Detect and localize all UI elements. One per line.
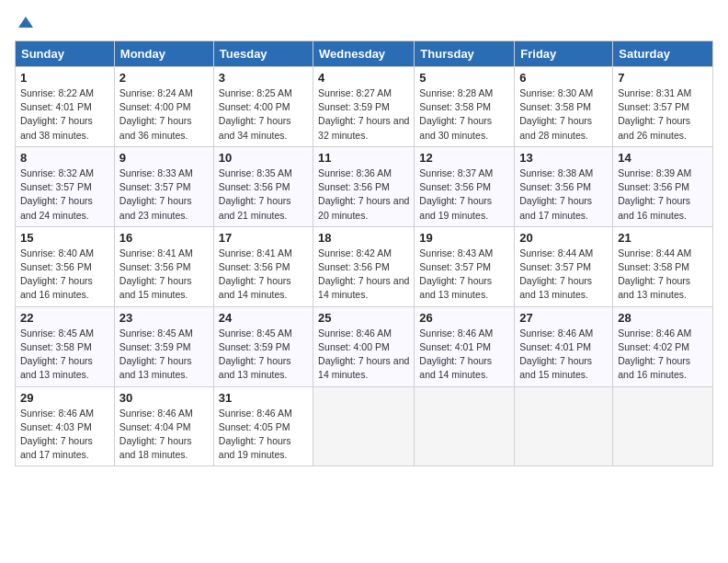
day-number: 26 xyxy=(419,311,509,325)
calendar-body: 1Sunrise: 8:22 AMSunset: 4:01 PMDaylight… xyxy=(16,67,713,466)
calendar-cell xyxy=(613,386,713,466)
day-number: 6 xyxy=(519,71,608,85)
logo xyxy=(15,15,35,33)
calendar-cell: 25Sunrise: 8:46 AMSunset: 4:00 PMDayligh… xyxy=(313,306,415,386)
day-detail: Sunrise: 8:30 AMSunset: 3:58 PMDaylight:… xyxy=(519,86,608,143)
calendar-cell: 16Sunrise: 8:41 AMSunset: 3:56 PMDayligh… xyxy=(114,226,213,306)
calendar-cell: 6Sunrise: 8:30 AMSunset: 3:58 PMDaylight… xyxy=(515,67,613,147)
day-detail: Sunrise: 8:28 AMSunset: 3:58 PMDaylight:… xyxy=(419,86,509,143)
day-number: 8 xyxy=(20,151,109,165)
calendar-cell: 2Sunrise: 8:24 AMSunset: 4:00 PMDaylight… xyxy=(114,67,213,147)
day-number: 11 xyxy=(318,151,409,165)
day-detail: Sunrise: 8:45 AMSunset: 3:59 PMDaylight:… xyxy=(219,327,308,383)
calendar-cell: 12Sunrise: 8:37 AMSunset: 3:56 PMDayligh… xyxy=(415,146,515,226)
day-number: 16 xyxy=(119,231,209,245)
day-number: 25 xyxy=(318,311,409,325)
day-number: 28 xyxy=(618,311,708,325)
day-number: 13 xyxy=(519,151,608,165)
calendar-cell: 26Sunrise: 8:46 AMSunset: 4:01 PMDayligh… xyxy=(415,306,515,386)
calendar-cell: 18Sunrise: 8:42 AMSunset: 3:56 PMDayligh… xyxy=(313,226,415,306)
calendar-cell: 31Sunrise: 8:46 AMSunset: 4:05 PMDayligh… xyxy=(213,386,313,466)
calendar-cell: 22Sunrise: 8:45 AMSunset: 3:58 PMDayligh… xyxy=(16,306,115,386)
week-row-1: 1Sunrise: 8:22 AMSunset: 4:01 PMDaylight… xyxy=(16,67,713,147)
day-number: 23 xyxy=(119,311,209,325)
day-detail: Sunrise: 8:22 AMSunset: 4:01 PMDaylight:… xyxy=(20,86,109,143)
day-detail: Sunrise: 8:42 AMSunset: 3:56 PMDaylight:… xyxy=(318,247,409,303)
day-detail: Sunrise: 8:46 AMSunset: 4:03 PMDaylight:… xyxy=(20,407,109,463)
calendar-cell: 10Sunrise: 8:35 AMSunset: 3:56 PMDayligh… xyxy=(213,146,313,226)
day-detail: Sunrise: 8:41 AMSunset: 3:56 PMDaylight:… xyxy=(119,247,209,303)
day-detail: Sunrise: 8:44 AMSunset: 3:58 PMDaylight:… xyxy=(618,247,708,303)
calendar-cell xyxy=(415,386,515,466)
logo-icon xyxy=(17,15,35,33)
day-detail: Sunrise: 8:37 AMSunset: 3:56 PMDaylight:… xyxy=(419,167,509,223)
calendar-cell: 17Sunrise: 8:41 AMSunset: 3:56 PMDayligh… xyxy=(213,226,313,306)
dow-header-thursday: Thursday xyxy=(415,41,515,67)
day-number: 10 xyxy=(219,151,308,165)
svg-marker-0 xyxy=(18,17,33,28)
day-number: 24 xyxy=(219,311,308,325)
day-detail: Sunrise: 8:46 AMSunset: 4:01 PMDaylight:… xyxy=(519,327,608,383)
day-detail: Sunrise: 8:32 AMSunset: 3:57 PMDaylight:… xyxy=(20,167,109,223)
calendar-cell: 19Sunrise: 8:43 AMSunset: 3:57 PMDayligh… xyxy=(415,226,515,306)
day-detail: Sunrise: 8:43 AMSunset: 3:57 PMDaylight:… xyxy=(419,247,509,303)
dow-header-monday: Monday xyxy=(114,41,213,67)
calendar-cell: 5Sunrise: 8:28 AMSunset: 3:58 PMDaylight… xyxy=(415,67,515,147)
calendar-cell: 13Sunrise: 8:38 AMSunset: 3:56 PMDayligh… xyxy=(515,146,613,226)
day-detail: Sunrise: 8:39 AMSunset: 3:56 PMDaylight:… xyxy=(618,167,708,223)
day-number: 7 xyxy=(618,71,708,85)
day-detail: Sunrise: 8:27 AMSunset: 3:59 PMDaylight:… xyxy=(318,86,409,143)
dow-header-sunday: Sunday xyxy=(16,41,115,67)
dow-header-wednesday: Wednesday xyxy=(313,41,415,67)
day-number: 5 xyxy=(419,71,509,85)
day-number: 27 xyxy=(519,311,608,325)
calendar-cell: 23Sunrise: 8:45 AMSunset: 3:59 PMDayligh… xyxy=(114,306,213,386)
day-number: 4 xyxy=(318,71,409,85)
page-header xyxy=(15,15,713,33)
calendar-cell: 4Sunrise: 8:27 AMSunset: 3:59 PMDaylight… xyxy=(313,67,415,147)
day-number: 1 xyxy=(20,71,109,85)
day-number: 15 xyxy=(20,231,109,245)
day-number: 9 xyxy=(119,151,209,165)
day-detail: Sunrise: 8:36 AMSunset: 3:56 PMDaylight:… xyxy=(318,167,409,223)
calendar-cell: 1Sunrise: 8:22 AMSunset: 4:01 PMDaylight… xyxy=(16,67,115,147)
day-number: 19 xyxy=(419,231,509,245)
dow-header-tuesday: Tuesday xyxy=(213,41,313,67)
day-number: 31 xyxy=(219,391,308,405)
day-detail: Sunrise: 8:46 AMSunset: 4:02 PMDaylight:… xyxy=(618,327,708,383)
day-detail: Sunrise: 8:38 AMSunset: 3:56 PMDaylight:… xyxy=(519,167,608,223)
day-number: 29 xyxy=(20,391,109,405)
dow-header-friday: Friday xyxy=(515,41,613,67)
calendar-cell: 30Sunrise: 8:46 AMSunset: 4:04 PMDayligh… xyxy=(114,386,213,466)
day-detail: Sunrise: 8:41 AMSunset: 3:56 PMDaylight:… xyxy=(219,247,308,303)
calendar-cell: 14Sunrise: 8:39 AMSunset: 3:56 PMDayligh… xyxy=(613,146,713,226)
day-number: 3 xyxy=(219,71,308,85)
calendar-cell: 9Sunrise: 8:33 AMSunset: 3:57 PMDaylight… xyxy=(114,146,213,226)
calendar-cell: 24Sunrise: 8:45 AMSunset: 3:59 PMDayligh… xyxy=(213,306,313,386)
day-number: 30 xyxy=(119,391,209,405)
day-detail: Sunrise: 8:40 AMSunset: 3:56 PMDaylight:… xyxy=(20,247,109,303)
calendar-cell: 20Sunrise: 8:44 AMSunset: 3:57 PMDayligh… xyxy=(515,226,613,306)
calendar-cell xyxy=(515,386,613,466)
day-detail: Sunrise: 8:45 AMSunset: 3:58 PMDaylight:… xyxy=(20,327,109,383)
day-number: 21 xyxy=(618,231,708,245)
calendar-cell: 11Sunrise: 8:36 AMSunset: 3:56 PMDayligh… xyxy=(313,146,415,226)
day-number: 12 xyxy=(419,151,509,165)
day-number: 20 xyxy=(519,231,608,245)
calendar-cell: 27Sunrise: 8:46 AMSunset: 4:01 PMDayligh… xyxy=(515,306,613,386)
day-number: 22 xyxy=(20,311,109,325)
calendar-cell: 15Sunrise: 8:40 AMSunset: 3:56 PMDayligh… xyxy=(16,226,115,306)
calendar-cell: 3Sunrise: 8:25 AMSunset: 4:00 PMDaylight… xyxy=(213,67,313,147)
day-detail: Sunrise: 8:44 AMSunset: 3:57 PMDaylight:… xyxy=(519,247,608,303)
week-row-4: 22Sunrise: 8:45 AMSunset: 3:58 PMDayligh… xyxy=(16,306,713,386)
calendar-cell: 21Sunrise: 8:44 AMSunset: 3:58 PMDayligh… xyxy=(613,226,713,306)
day-number: 18 xyxy=(318,231,409,245)
week-row-2: 8Sunrise: 8:32 AMSunset: 3:57 PMDaylight… xyxy=(16,146,713,226)
day-detail: Sunrise: 8:46 AMSunset: 4:05 PMDaylight:… xyxy=(219,407,308,463)
calendar-table: SundayMondayTuesdayWednesdayThursdayFrid… xyxy=(15,40,713,466)
week-row-3: 15Sunrise: 8:40 AMSunset: 3:56 PMDayligh… xyxy=(16,226,713,306)
calendar-cell: 29Sunrise: 8:46 AMSunset: 4:03 PMDayligh… xyxy=(16,386,115,466)
day-detail: Sunrise: 8:31 AMSunset: 3:57 PMDaylight:… xyxy=(618,86,708,143)
days-of-week-row: SundayMondayTuesdayWednesdayThursdayFrid… xyxy=(16,41,713,67)
dow-header-saturday: Saturday xyxy=(613,41,713,67)
